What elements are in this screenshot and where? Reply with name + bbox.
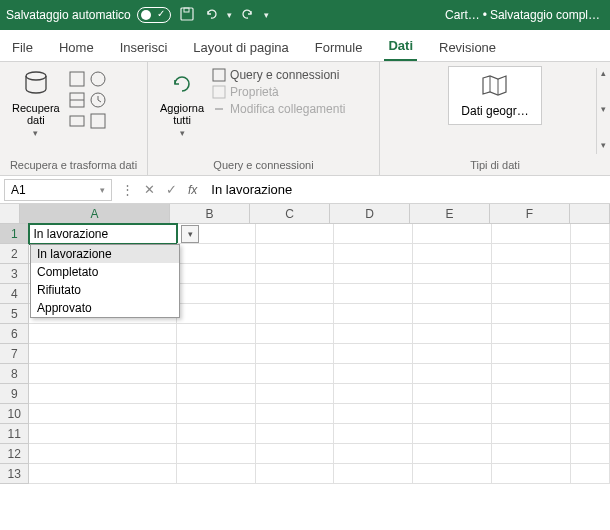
cell[interactable] xyxy=(413,264,492,284)
row-header-13[interactable]: 13 xyxy=(0,464,29,484)
cell[interactable] xyxy=(334,344,413,364)
scroll-down-icon[interactable]: ▾ xyxy=(597,104,610,118)
row-header-6[interactable]: 6 xyxy=(0,324,29,344)
cell[interactable] xyxy=(492,244,571,264)
cell[interactable] xyxy=(492,424,571,444)
cell[interactable] xyxy=(334,384,413,404)
cell[interactable] xyxy=(413,364,492,384)
cell[interactable] xyxy=(29,424,176,444)
row-header-2[interactable]: 2 xyxy=(0,244,29,264)
cell[interactable] xyxy=(177,304,256,324)
cell[interactable] xyxy=(177,464,256,484)
tab-formule[interactable]: Formule xyxy=(311,34,367,61)
formula-input[interactable]: In lavorazione xyxy=(203,182,610,197)
cell[interactable] xyxy=(29,384,176,404)
cell[interactable] xyxy=(177,424,256,444)
row-header-11[interactable]: 11 xyxy=(0,424,29,444)
cell[interactable] xyxy=(492,404,571,424)
cell[interactable] xyxy=(413,344,492,364)
cell[interactable] xyxy=(571,384,610,404)
cell[interactable] xyxy=(29,324,176,344)
row-header-4[interactable]: 4 xyxy=(0,284,29,304)
cell[interactable] xyxy=(571,464,610,484)
scroll-more-icon[interactable]: ▾ xyxy=(597,140,610,154)
cell[interactable] xyxy=(492,224,571,244)
cell[interactable] xyxy=(413,384,492,404)
cell[interactable] xyxy=(571,264,610,284)
fx-icon[interactable]: fx xyxy=(182,183,203,197)
cell[interactable] xyxy=(571,364,610,384)
cell[interactable] xyxy=(334,244,413,264)
cell-A1[interactable]: In lavorazione xyxy=(29,224,176,244)
existing-conn-icon[interactable] xyxy=(68,112,86,130)
cell[interactable] xyxy=(492,444,571,464)
col-header-E[interactable]: E xyxy=(410,204,490,224)
cell[interactable] xyxy=(413,244,492,264)
tab-revisione[interactable]: Revisione xyxy=(435,34,500,61)
cell[interactable] xyxy=(256,444,335,464)
cell[interactable] xyxy=(334,404,413,424)
col-header-C[interactable]: C xyxy=(250,204,330,224)
cell[interactable] xyxy=(177,444,256,464)
cell[interactable] xyxy=(177,324,256,344)
chevron-down-icon[interactable]: ▾ xyxy=(227,10,232,20)
cell[interactable] xyxy=(177,284,256,304)
cell[interactable] xyxy=(256,224,335,244)
cell[interactable] xyxy=(177,244,256,264)
cell[interactable] xyxy=(334,444,413,464)
cell[interactable] xyxy=(571,244,610,264)
col-header-B[interactable]: B xyxy=(170,204,250,224)
cell[interactable] xyxy=(571,444,610,464)
cell[interactable] xyxy=(413,464,492,484)
cell[interactable] xyxy=(256,284,335,304)
confirm-icon[interactable]: ✓ xyxy=(160,182,182,197)
row-header-1[interactable]: 1 xyxy=(0,224,29,244)
row-header-10[interactable]: 10 xyxy=(0,404,29,424)
cell[interactable] xyxy=(334,264,413,284)
cell[interactable] xyxy=(29,464,176,484)
cell[interactable] xyxy=(256,384,335,404)
cell[interactable] xyxy=(334,364,413,384)
cell[interactable] xyxy=(256,244,335,264)
recent-sources-icon[interactable] xyxy=(89,91,107,109)
cell[interactable] xyxy=(413,284,492,304)
cell[interactable] xyxy=(256,264,335,284)
cell[interactable] xyxy=(492,304,571,324)
from-web-icon[interactable] xyxy=(89,70,107,88)
cell[interactable] xyxy=(571,304,610,324)
tab-home[interactable]: Home xyxy=(55,34,98,61)
tab-file[interactable]: File xyxy=(8,34,37,61)
cell[interactable] xyxy=(256,464,335,484)
cell[interactable] xyxy=(334,424,413,444)
cell[interactable] xyxy=(177,364,256,384)
cell[interactable] xyxy=(492,364,571,384)
row-header-3[interactable]: 3 xyxy=(0,264,29,284)
row-header-9[interactable]: 9 xyxy=(0,384,29,404)
cell[interactable] xyxy=(29,364,176,384)
dropdown-option[interactable]: Completato xyxy=(31,263,179,281)
cell[interactable] xyxy=(571,404,610,424)
autosave-toggle[interactable]: Salvataggio automatico ✓ xyxy=(6,7,171,23)
save-icon[interactable] xyxy=(179,6,195,25)
cell[interactable] xyxy=(334,304,413,324)
cell[interactable] xyxy=(256,324,335,344)
overflow-icon[interactable]: ▾ xyxy=(264,10,269,20)
col-header-partial[interactable] xyxy=(570,204,610,224)
select-all-corner[interactable] xyxy=(0,204,20,224)
toggle-switch[interactable]: ✓ xyxy=(137,7,171,23)
from-text-icon[interactable] xyxy=(68,70,86,88)
cell[interactable] xyxy=(492,464,571,484)
cell[interactable] xyxy=(256,404,335,424)
cell[interactable] xyxy=(413,404,492,424)
cell[interactable] xyxy=(492,324,571,344)
cell[interactable] xyxy=(571,424,610,444)
cell[interactable] xyxy=(177,404,256,424)
cell[interactable] xyxy=(492,384,571,404)
redo-icon[interactable] xyxy=(240,6,256,25)
row-header-8[interactable]: 8 xyxy=(0,364,29,384)
dropdown-option[interactable]: Approvato xyxy=(31,299,179,317)
cell[interactable] xyxy=(29,444,176,464)
cell[interactable] xyxy=(334,224,413,244)
cell[interactable] xyxy=(334,324,413,344)
row-header-5[interactable]: 5 xyxy=(0,304,29,324)
